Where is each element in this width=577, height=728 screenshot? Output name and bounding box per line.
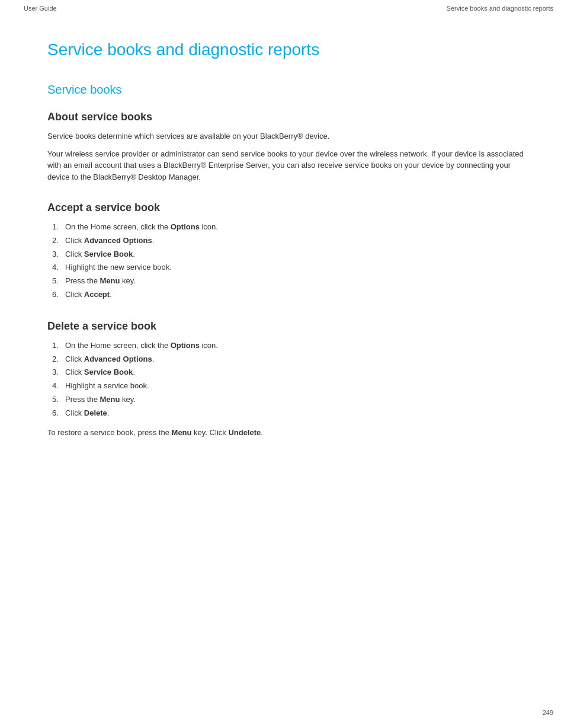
about-service-books-title: About service books bbox=[47, 111, 530, 123]
delete-step-2: 2. Click Advanced Options. bbox=[47, 353, 530, 366]
accept-step-3: 3. Click Service Book. bbox=[47, 248, 530, 261]
delete-step-6: 6. Click Delete. bbox=[47, 407, 530, 420]
delete-service-book-title: Delete a service book bbox=[47, 320, 530, 333]
delete-step-6-bold: Delete bbox=[84, 408, 107, 417]
delete-step-5-bold: Menu bbox=[100, 395, 120, 404]
accept-step-2: 2. Click Advanced Options. bbox=[47, 235, 530, 247]
restore-undelete-bold: Undelete bbox=[228, 428, 261, 437]
delete-step-1: 1. On the Home screen, click the Options… bbox=[47, 340, 530, 352]
delete-steps-list: 1. On the Home screen, click the Options… bbox=[47, 340, 530, 420]
accept-service-book-title: Accept a service book bbox=[47, 202, 530, 214]
restore-menu-bold: Menu bbox=[172, 428, 192, 437]
accept-step-5: 5. Press the Menu key. bbox=[47, 275, 530, 288]
accept-steps-list: 1. On the Home screen, click the Options… bbox=[47, 221, 530, 301]
page-header: User Guide Service books and diagnostic … bbox=[0, 0, 577, 17]
page-number: 249 bbox=[543, 709, 553, 716]
accept-step-2-bold: Advanced Options bbox=[84, 236, 152, 245]
delete-step-2-bold: Advanced Options bbox=[84, 355, 152, 363]
delete-step-1-bold: Options bbox=[171, 341, 200, 350]
accept-step-4: 4. Highlight the new service book. bbox=[47, 261, 530, 274]
delete-step-3-bold: Service Book bbox=[84, 368, 133, 376]
page-footer: 249 bbox=[543, 709, 553, 716]
accept-step-6: 6. Click Accept. bbox=[47, 289, 530, 301]
header-left: User Guide bbox=[24, 5, 57, 12]
accept-service-book-block: Accept a service book 1. On the Home scr… bbox=[47, 202, 530, 301]
accept-step-1-bold: Options bbox=[171, 222, 200, 231]
about-service-books-para-1: Service books determine which services a… bbox=[47, 130, 530, 142]
service-books-section: Service books About service books Servic… bbox=[47, 83, 530, 438]
page-content: Service books and diagnostic reports Ser… bbox=[0, 17, 577, 493]
delete-step-4: 4. Highlight a service book. bbox=[47, 380, 530, 392]
delete-step-5: 5. Press the Menu key. bbox=[47, 394, 530, 406]
accept-step-5-bold: Menu bbox=[100, 276, 120, 285]
about-service-books-para-2: Your wireless service provider or admini… bbox=[47, 148, 530, 183]
header-right: Service books and diagnostic reports bbox=[447, 5, 553, 12]
page-main-title: Service books and diagnostic reports bbox=[47, 40, 530, 59]
accept-step-1: 1. On the Home screen, click the Options… bbox=[47, 221, 530, 234]
delete-step-3: 3. Click Service Book. bbox=[47, 366, 530, 379]
about-service-books-block: About service books Service books determ… bbox=[47, 111, 530, 183]
restore-note: To restore a service book, press the Men… bbox=[47, 427, 530, 439]
accept-step-3-bold: Service Book bbox=[84, 250, 133, 258]
accept-step-6-bold: Accept bbox=[84, 290, 110, 299]
service-books-section-title: Service books bbox=[47, 83, 530, 97]
delete-service-book-block: Delete a service book 1. On the Home scr… bbox=[47, 320, 530, 438]
